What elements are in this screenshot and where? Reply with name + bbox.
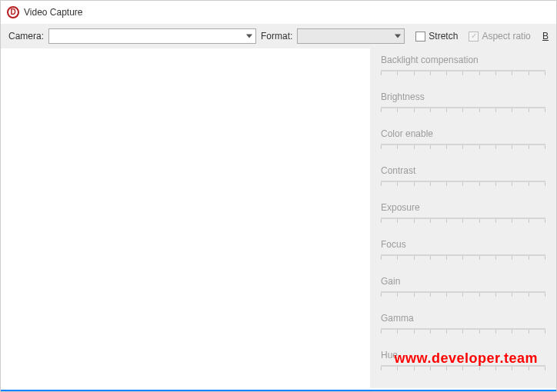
control-label: Gamma bbox=[381, 313, 545, 324]
stretch-checkbox-label: Stretch bbox=[429, 31, 458, 42]
control-group: Contrast bbox=[381, 165, 545, 191]
control-group: Gain bbox=[381, 276, 545, 302]
chevron-down-icon bbox=[395, 35, 401, 38]
control-slider[interactable] bbox=[381, 218, 545, 228]
control-group: Color enable bbox=[381, 128, 545, 154]
checkbox-icon: ✓ bbox=[469, 32, 479, 42]
main-area: Backlight compensationBrightnessColor en… bbox=[1, 48, 556, 388]
checkbox-icon bbox=[415, 32, 425, 42]
control-slider[interactable] bbox=[381, 144, 545, 154]
control-group: Brightness bbox=[381, 91, 545, 118]
control-label: Contrast bbox=[381, 165, 545, 176]
camera-select[interactable] bbox=[48, 28, 256, 44]
control-label: Brightness bbox=[381, 91, 545, 102]
window-title: Video Capture bbox=[24, 7, 83, 18]
camera-label: Camera: bbox=[8, 31, 44, 42]
toolbar: Camera: Format: Stretch ✓ Aspect ratio B bbox=[1, 24, 556, 48]
control-slider[interactable] bbox=[381, 70, 545, 81]
control-label: Backlight compensation bbox=[381, 55, 545, 65]
control-group: Backlight compensation bbox=[381, 55, 545, 81]
title-bar: D Video Capture bbox=[1, 1, 556, 24]
control-group: Focus bbox=[381, 239, 545, 265]
control-label: Focus bbox=[381, 239, 545, 250]
control-slider[interactable] bbox=[381, 181, 545, 191]
right-link[interactable]: B bbox=[542, 31, 549, 42]
control-label: Color enable bbox=[381, 128, 545, 139]
aspect-ratio-checkbox-label: Aspect ratio bbox=[482, 31, 530, 42]
format-label: Format: bbox=[261, 31, 292, 42]
chevron-down-icon bbox=[246, 35, 252, 38]
video-preview bbox=[1, 48, 370, 388]
control-slider[interactable] bbox=[381, 107, 545, 118]
app-icon: D bbox=[7, 6, 19, 18]
control-slider[interactable] bbox=[381, 365, 545, 376]
aspect-ratio-checkbox[interactable]: ✓ Aspect ratio bbox=[469, 31, 530, 42]
controls-panel: Backlight compensationBrightnessColor en… bbox=[370, 48, 556, 388]
control-slider[interactable] bbox=[381, 291, 545, 302]
control-label: Gain bbox=[381, 276, 545, 287]
format-select[interactable] bbox=[297, 28, 405, 44]
control-group: Hue bbox=[381, 350, 545, 376]
control-slider[interactable] bbox=[381, 328, 545, 339]
control-group: Exposure bbox=[381, 202, 545, 228]
bottom-progress-line bbox=[1, 390, 556, 391]
control-label: Hue bbox=[381, 350, 545, 360]
control-label: Exposure bbox=[381, 202, 545, 213]
control-slider[interactable] bbox=[381, 254, 545, 265]
stretch-checkbox[interactable]: Stretch bbox=[415, 31, 458, 42]
control-group: Gamma bbox=[381, 313, 545, 339]
